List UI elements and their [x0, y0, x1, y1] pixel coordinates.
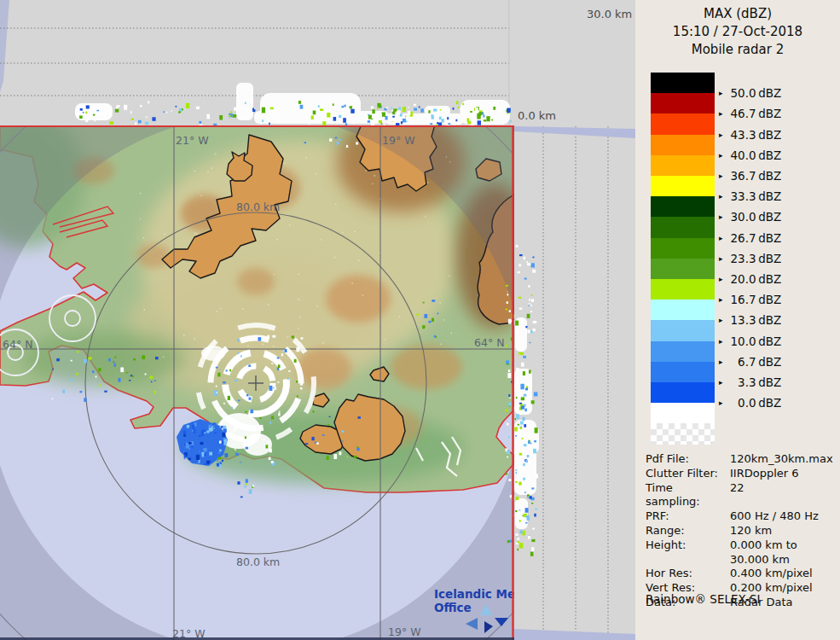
dbz-band: [651, 259, 715, 279]
metadata-label: Hor Res:: [646, 567, 730, 581]
dbz-band: [651, 196, 715, 217]
metadata-label: Range:: [646, 524, 730, 538]
dbz-band-label: ▸3.3 dBZ: [719, 375, 830, 389]
dbz-band-label: ▸30.0 dBZ: [719, 210, 830, 224]
dbz-band: [651, 341, 715, 362]
dbz-band: [651, 217, 715, 237]
scale-arrow-icon: ▸: [719, 109, 723, 118]
scale-arrow-icon: ▸: [719, 399, 723, 407]
map-plan-view[interactable]: 21° W 19° W 80.0 km 64° N 64° N 80.0 km …: [0, 38, 600, 640]
height-axis-max-label: 30.0 km: [587, 8, 632, 20]
range-ring-label-top: 80.0 km: [236, 201, 280, 213]
dbz-band-label: ▸50.0 dBZ: [719, 86, 830, 100]
metadata-label: Time sampling:: [646, 481, 730, 510]
info-panel: MAX (dBZ) 15:10 / 27-Oct-2018 Mobile rad…: [635, 0, 840, 640]
scale-arrow-icon: ▸: [719, 254, 723, 263]
dbz-band: [651, 300, 715, 320]
dbz-band-label: ▸0.0 dBZ: [719, 396, 830, 410]
scale-arrow-icon: ▸: [719, 172, 723, 180]
scale-arrow-icon: ▸: [719, 358, 723, 366]
dbz-band-below-zero: [651, 403, 715, 423]
dbz-band: [651, 73, 715, 93]
metadata-value: 120 km: [730, 524, 837, 538]
dbz-band: [651, 113, 715, 134]
radar-application-window: 30.0 km 0.0 km: [0, 0, 840, 640]
lon-label-21w-top: 21° W: [176, 134, 209, 147]
dbz-band-label: ▸26.7 dBZ: [719, 231, 830, 245]
metadata-row: Height:0.000 km to: [646, 538, 837, 553]
dbz-band: [651, 93, 715, 113]
metadata-value: 120km_30km.max: [730, 452, 837, 467]
dbz-band-label: ▸43.3 dBZ: [719, 128, 830, 142]
logo-text-line1: Icelandic Met: [434, 587, 521, 601]
metadata-value: 0.400 km/pixel: [730, 567, 837, 581]
dbz-band-label: ▸46.7 dBZ: [719, 107, 830, 120]
panel-header: MAX (dBZ) 15:10 / 27-Oct-2018 Mobile rad…: [635, 5, 840, 59]
dbz-band-label: ▸23.3 dBZ: [719, 252, 830, 265]
scale-arrow-icon: ▸: [719, 378, 723, 387]
metadata-block: Pdf File:120km_30km.maxClutter Filter:II…: [646, 452, 837, 610]
metadata-value: 30.000 km: [730, 553, 837, 567]
logo-text-line2: Office: [434, 601, 472, 614]
metadata-row: Hor Res:0.400 km/pixel: [646, 567, 837, 581]
product-title: MAX (dBZ): [635, 5, 840, 23]
dbz-band-label: ▸33.3 dBZ: [719, 189, 830, 203]
dbz-band-transparent: [651, 423, 715, 444]
scale-arrow-icon: ▸: [719, 131, 723, 139]
range-ring-label-bottom: 80.0 km: [236, 556, 280, 568]
dbz-band-label: ▸6.7 dBZ: [719, 355, 830, 369]
lon-label-19w-top: 19° W: [382, 134, 415, 147]
lat-label-64n-left: 64° N: [3, 338, 32, 351]
metadata-row: PRF:600 Hz / 480 Hz: [646, 509, 837, 524]
metadata-row: Pdf File:120km_30km.max: [646, 452, 837, 467]
dbz-band-label: ▸20.0 dBZ: [719, 272, 830, 286]
scale-arrow-icon: ▸: [719, 275, 723, 283]
dbz-band: [651, 382, 715, 403]
metadata-row: Time sampling:22: [646, 481, 837, 510]
metadata-label: PRF:: [646, 509, 730, 524]
dbz-band: [651, 176, 715, 196]
metadata-value: IIRDoppler 6: [730, 467, 837, 481]
dbz-band-label: ▸16.7 dBZ: [719, 293, 830, 306]
metadata-label: [646, 553, 730, 567]
metadata-row: Range:120 km: [646, 524, 837, 538]
dbz-band-label: ▸10.0 dBZ: [719, 335, 830, 348]
metadata-row: Clutter Filter:IIRDoppler 6: [646, 467, 837, 481]
scale-arrow-icon: ▸: [719, 337, 723, 346]
scale-arrow-icon: ▸: [719, 89, 723, 97]
scale-arrow-icon: ▸: [719, 234, 723, 242]
metadata-label: Clutter Filter:: [646, 467, 730, 481]
dbz-band: [651, 155, 715, 176]
scale-arrow-icon: ▸: [719, 151, 723, 160]
height-axis-min-label: 0.0 km: [518, 109, 556, 122]
software-brand: Rainbow® SELEX-SI: [646, 592, 760, 606]
lat-label-64n-right: 64° N: [474, 336, 504, 349]
dbz-band: [651, 320, 715, 340]
radar-composite-view[interactable]: 30.0 km 0.0 km: [0, 0, 635, 640]
dbz-band-label: ▸36.7 dBZ: [719, 169, 830, 183]
metadata-label: Pdf File:: [646, 452, 730, 467]
radar-display-area[interactable]: 30.0 km 0.0 km: [0, 0, 635, 640]
scale-arrow-icon: ▸: [719, 212, 723, 221]
metadata-value: 0.000 km to: [730, 538, 837, 553]
dbz-band: [651, 279, 715, 300]
scale-arrow-icon: ▸: [719, 316, 723, 324]
dbz-band: [651, 135, 715, 155]
scale-arrow-icon: ▸: [719, 192, 723, 201]
metadata-row: 30.000 km: [646, 553, 837, 567]
metadata-value: 22: [730, 481, 837, 510]
dbz-band: [651, 362, 715, 382]
dbz-band: [651, 238, 715, 259]
scale-arrow-icon: ▸: [719, 295, 723, 304]
metadata-value: 600 Hz / 480 Hz: [730, 509, 837, 524]
metadata-label: Height:: [646, 538, 730, 553]
radar-name: Mobile radar 2: [635, 41, 840, 59]
lon-label-19w-bottom: 19° W: [388, 625, 421, 638]
dbz-band-label: ▸13.3 dBZ: [719, 313, 830, 327]
scan-datetime: 15:10 / 27-Oct-2018: [635, 23, 840, 41]
dbz-band-label: ▸40.0 dBZ: [719, 148, 830, 162]
